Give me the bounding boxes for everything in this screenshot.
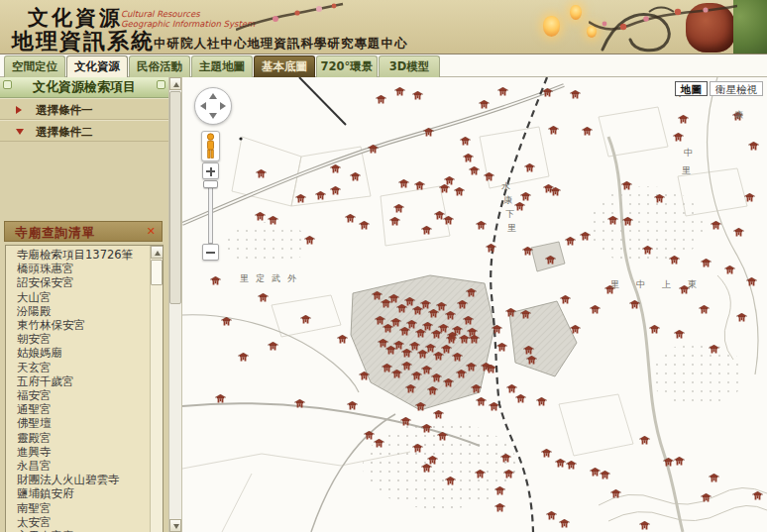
- temple-marker-icon[interactable]: [443, 210, 454, 219]
- temple-marker-icon[interactable]: [452, 347, 463, 356]
- temple-marker-icon[interactable]: [522, 241, 533, 250]
- temple-marker-icon[interactable]: [415, 396, 426, 405]
- temple-marker-icon[interactable]: [489, 396, 499, 405]
- temple-marker-icon[interactable]: [505, 302, 516, 311]
- temple-marker-icon[interactable]: [330, 180, 341, 189]
- temple-marker-icon[interactable]: [401, 356, 412, 365]
- temple-marker-icon[interactable]: [622, 211, 633, 220]
- zoom-slider-thumb[interactable]: [203, 180, 218, 188]
- temple-marker-icon[interactable]: [388, 288, 399, 297]
- temple-marker-icon[interactable]: [649, 319, 660, 328]
- tab-1[interactable]: 空間定位: [4, 55, 65, 77]
- temple-marker-icon[interactable]: [255, 206, 266, 215]
- temple-marker-icon[interactable]: [466, 282, 477, 291]
- temple-marker-icon[interactable]: [545, 250, 556, 259]
- temple-marker-icon[interactable]: [421, 418, 432, 427]
- temple-list-item[interactable]: 佛聖壇: [17, 416, 150, 430]
- temple-list-item[interactable]: 永昌宮: [17, 459, 150, 473]
- temple-marker-icon[interactable]: [359, 215, 370, 224]
- temple-list-item[interactable]: 太安宮: [17, 515, 150, 529]
- temple-marker-icon[interactable]: [459, 329, 470, 338]
- temple-marker-icon[interactable]: [506, 378, 517, 387]
- temple-marker-icon[interactable]: [445, 305, 456, 314]
- temple-marker-icon[interactable]: [304, 230, 315, 239]
- temple-marker-icon[interactable]: [500, 448, 511, 457]
- temple-marker-icon[interactable]: [437, 426, 448, 435]
- temple-marker-icon[interactable]: [427, 380, 438, 389]
- temple-marker-icon[interactable]: [475, 464, 486, 473]
- temple-marker-icon[interactable]: [674, 324, 685, 333]
- temple-marker-icon[interactable]: [393, 198, 404, 207]
- temple-marker-icon[interactable]: [570, 84, 581, 93]
- temple-marker-icon[interactable]: [460, 131, 471, 140]
- temple-marker-icon[interactable]: [744, 187, 755, 196]
- accordion-row-2[interactable]: 選擇條件二: [0, 120, 168, 142]
- temple-marker-icon[interactable]: [709, 468, 719, 477]
- map-canvas[interactable]: 永康中里水康下里里定武外里中上東 地圖衛星檢視: [182, 77, 767, 532]
- temple-marker-icon[interactable]: [476, 391, 487, 400]
- temple-marker-icon[interactable]: [701, 487, 712, 496]
- temple-marker-icon[interactable]: [536, 391, 547, 400]
- temple-marker-icon[interactable]: [542, 82, 553, 91]
- temple-marker-icon[interactable]: [374, 433, 384, 442]
- temple-list-item[interactable]: 五府千歲宮: [17, 374, 150, 388]
- temple-marker-icon[interactable]: [732, 106, 743, 115]
- temple-marker-icon[interactable]: [494, 497, 505, 506]
- temple-marker-icon[interactable]: [546, 505, 557, 514]
- sidebar-scrollbar-thumb[interactable]: [169, 91, 181, 304]
- zoom-in-button[interactable]: [202, 162, 219, 179]
- temple-list-item[interactable]: 橋頭珠惠宮: [17, 262, 150, 275]
- temple-marker-icon[interactable]: [570, 319, 581, 328]
- temple-marker-icon[interactable]: [748, 136, 759, 145]
- temple-marker-icon[interactable]: [610, 483, 621, 492]
- temple-marker-icon[interactable]: [347, 395, 358, 404]
- tab-2[interactable]: 文化資源: [66, 55, 128, 77]
- temple-list-item[interactable]: 靈殿宮: [17, 431, 150, 445]
- temple-marker-icon[interactable]: [746, 271, 757, 280]
- temple-marker-icon[interactable]: [486, 238, 496, 247]
- temple-marker-icon[interactable]: [582, 121, 593, 130]
- temple-marker-icon[interactable]: [268, 210, 278, 219]
- temple-marker-icon[interactable]: [268, 336, 278, 345]
- temple-marker-icon[interactable]: [337, 329, 348, 338]
- temple-marker-icon[interactable]: [699, 299, 710, 308]
- temple-marker-icon[interactable]: [420, 294, 431, 303]
- temple-marker-icon[interactable]: [436, 296, 447, 305]
- temple-marker-icon[interactable]: [639, 430, 650, 439]
- temple-marker-icon[interactable]: [524, 158, 535, 166]
- temple-marker-icon[interactable]: [295, 188, 306, 197]
- temple-marker-icon[interactable]: [405, 378, 416, 387]
- temple-marker-icon[interactable]: [479, 94, 490, 103]
- temple-list-item[interactable]: 財團法人火山碧雲寺: [17, 473, 150, 486]
- temple-marker-icon[interactable]: [221, 311, 232, 320]
- close-icon[interactable]: ✕: [147, 225, 156, 238]
- temple-list-item[interactable]: 福安宮: [17, 388, 150, 402]
- pan-left-icon[interactable]: [200, 102, 206, 110]
- temple-marker-icon[interactable]: [476, 215, 487, 224]
- temple-marker-icon[interactable]: [590, 299, 601, 308]
- temple-marker-icon[interactable]: [210, 270, 221, 279]
- list-scrollbar[interactable]: [150, 246, 163, 532]
- scroll-up-icon[interactable]: [169, 77, 181, 90]
- temple-marker-icon[interactable]: [486, 359, 496, 368]
- temple-marker-icon[interactable]: [673, 127, 684, 136]
- temple-marker-icon[interactable]: [412, 438, 423, 447]
- temple-marker-icon[interactable]: [515, 388, 526, 397]
- map-type-button-1[interactable]: 地圖: [675, 81, 708, 96]
- temple-marker-icon[interactable]: [389, 211, 400, 220]
- temple-marker-icon[interactable]: [503, 464, 514, 473]
- tab-3[interactable]: 民俗活動: [129, 55, 190, 77]
- tab-5[interactable]: 基本底圖: [254, 55, 315, 77]
- temple-marker-icon[interactable]: [736, 307, 747, 316]
- temple-marker-icon[interactable]: [560, 289, 571, 298]
- temple-marker-icon[interactable]: [463, 148, 474, 157]
- pan-right-icon[interactable]: [220, 102, 226, 110]
- temple-list-item[interactable]: 姑娘媽廟: [17, 346, 150, 360]
- temple-marker-icon[interactable]: [663, 452, 674, 461]
- pan-down-icon[interactable]: [209, 113, 217, 119]
- temple-marker-icon[interactable]: [701, 253, 712, 262]
- temple-marker-icon[interactable]: [514, 196, 525, 205]
- temple-marker-icon[interactable]: [345, 208, 356, 217]
- temple-marker-icon[interactable]: [215, 388, 226, 397]
- temple-marker-icon[interactable]: [439, 178, 450, 187]
